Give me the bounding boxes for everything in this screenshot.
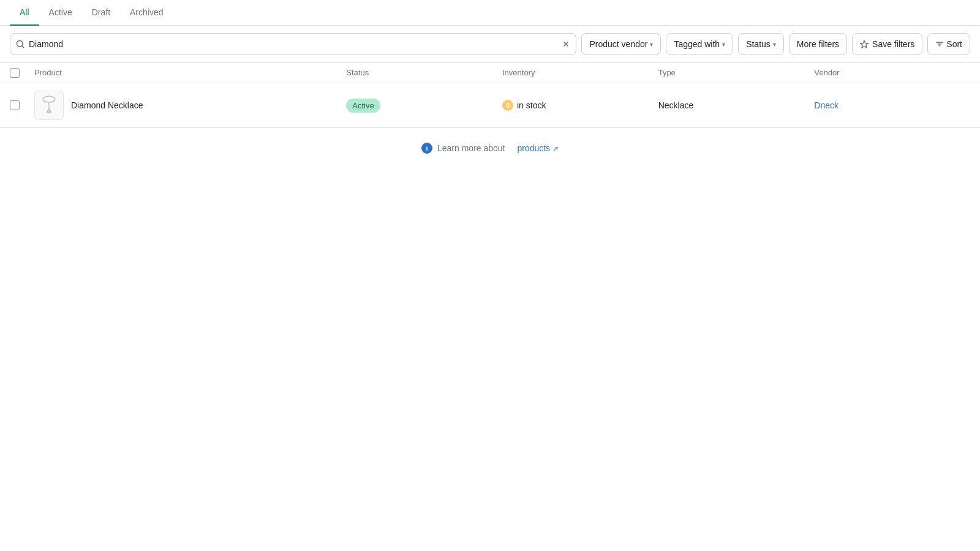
vendor-link[interactable]: Dneck <box>814 100 839 110</box>
more-filters-button[interactable]: More filters <box>789 33 847 55</box>
sort-label: Sort <box>946 39 962 49</box>
table-row[interactable]: Diamond Necklace Active 0 in stock Neckl… <box>0 83 980 128</box>
inventory-count: 0 <box>502 100 513 111</box>
sort-button[interactable]: Sort <box>927 33 970 55</box>
status-cell: Active <box>346 99 502 113</box>
clear-search-button[interactable] <box>561 39 571 49</box>
tab-all[interactable]: All <box>10 0 39 26</box>
search-icon <box>15 39 25 49</box>
row-checkbox-cell <box>10 100 34 110</box>
tagged-with-label: Tagged with <box>674 39 720 49</box>
product-column-header: Product <box>34 68 346 78</box>
product-vendor-filter-button[interactable]: Product vendor ▾ <box>581 33 661 55</box>
learn-more-text: Learn more about <box>437 143 505 153</box>
svg-point-2 <box>43 96 55 102</box>
product-vendor-label: Product vendor <box>589 39 647 49</box>
products-link-label: products <box>517 143 550 153</box>
search-container <box>10 33 576 55</box>
tab-archived[interactable]: Archived <box>120 0 173 26</box>
svg-point-5 <box>48 110 50 113</box>
tabs-bar: All Active Draft Archived <box>0 0 980 26</box>
svg-marker-1 <box>861 40 869 48</box>
row-checkbox[interactable] <box>10 100 20 110</box>
inventory-label: in stock <box>517 100 546 110</box>
save-filters-button[interactable]: Save filters <box>852 33 922 55</box>
inventory-column-header: Inventory <box>502 68 658 78</box>
external-link-icon: ↗ <box>552 144 559 153</box>
chevron-down-icon: ▾ <box>773 41 776 48</box>
save-filters-label: Save filters <box>872 39 914 49</box>
table-header-row: Product Status Inventory Type Vendor <box>0 63 980 83</box>
tab-active[interactable]: Active <box>39 0 82 26</box>
product-thumbnail <box>34 91 64 120</box>
products-table: Product Status Inventory Type Vendor <box>0 63 980 128</box>
status-badge: Active <box>346 99 380 113</box>
toolbar: Product vendor ▾ Tagged with ▾ Status ▾ … <box>0 26 980 63</box>
products-link[interactable]: products ↗ <box>517 143 559 153</box>
tagged-with-filter-button[interactable]: Tagged with ▾ <box>666 33 733 55</box>
chevron-down-icon: ▾ <box>722 41 725 48</box>
product-name: Diamond Necklace <box>71 100 143 110</box>
select-all-cell <box>10 68 34 78</box>
more-filters-label: More filters <box>797 39 839 49</box>
tab-draft[interactable]: Draft <box>82 0 120 26</box>
search-input[interactable] <box>29 39 561 49</box>
info-icon: i <box>421 143 432 154</box>
type-column-header: Type <box>658 68 815 78</box>
status-filter-button[interactable]: Status ▾ <box>738 33 784 55</box>
chevron-down-icon: ▾ <box>650 41 653 48</box>
inventory-cell: 0 in stock <box>502 100 658 111</box>
type-cell: Necklace <box>658 100 815 110</box>
page-container: All Active Draft Archived Product vendor… <box>0 0 980 551</box>
status-label: Status <box>746 39 771 49</box>
product-cell: Diamond Necklace <box>34 91 346 120</box>
status-column-header: Status <box>346 68 502 78</box>
vendor-column-header: Vendor <box>814 68 970 78</box>
select-all-checkbox[interactable] <box>10 68 20 78</box>
vendor-cell: Dneck <box>814 100 970 110</box>
learn-more-section: i Learn more about products ↗ <box>0 128 980 168</box>
